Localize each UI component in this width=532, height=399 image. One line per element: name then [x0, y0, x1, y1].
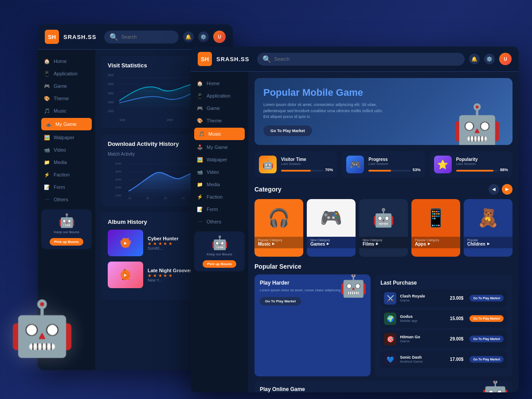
theme-icon-w1: 🎨 [44, 95, 50, 102]
sidebar-label-media-w1: Media [54, 160, 67, 165]
sidebar-item-theme-w1[interactable]: 🎨 Theme [38, 92, 95, 105]
cat-img-games: 🎮 [307, 199, 356, 237]
gear-icon-w2[interactable]: ⚙️ [484, 54, 495, 64]
sidebar-label-walpaper-w1: Walpaper [54, 135, 74, 140]
cat-card-apps[interactable]: 📱 Popular Category Apps ▶ [411, 199, 460, 257]
svg-text:4000: 4000 [115, 170, 121, 173]
play-button-2[interactable]: ▶ [121, 270, 130, 280]
cat-label-apps: Popular Category Apps ▶ [411, 237, 460, 248]
sidebar-item-video-w2[interactable]: 📹 Video [191, 166, 248, 178]
purch-button-3[interactable]: Go To Play Market [469, 336, 504, 342]
video-icon-w2: 📹 [197, 169, 203, 175]
sidebar-item-video-w1[interactable]: 📹 Video [38, 144, 95, 156]
cat-card-games[interactable]: 🎮 New Category Games ▶ [307, 199, 356, 257]
sidebar-label-video-w2: Video [207, 169, 219, 175]
cat-badge-films: New Category [363, 239, 404, 242]
mygame-icon-w2: 🕹️ [197, 144, 203, 150]
cat-card-films[interactable]: 🤖 New Category Films ▶ [359, 199, 408, 257]
bell-icon-w1[interactable]: 🔔 [183, 31, 194, 42]
stat-info-2: Progress Last Season 53% [368, 157, 420, 172]
service-title-2: Play Online Game [260, 386, 507, 392]
header-icons-w1: 🔔 ⚙️ U [183, 31, 226, 43]
sidebar-label-home-w2: Home [207, 81, 219, 86]
sidebar-item-form-w1[interactable]: 📝 Form [38, 181, 95, 193]
category-next-button[interactable]: ▶ [502, 184, 512, 195]
avatar-w2[interactable]: U [499, 53, 512, 65]
window2-main: Popular Mobile Game Lorem ipsum dolor si… [248, 72, 519, 392]
sidebar-item-music-w1[interactable]: 🎵 Music [38, 105, 95, 117]
sidebar-item-application-w2[interactable]: 📱 Application [191, 90, 248, 102]
cat-card-children[interactable]: 🧸 Popular Children ▶ [464, 199, 512, 257]
svg-text:3000: 3000 [115, 178, 121, 181]
service-button-1[interactable]: Go To Play Market [260, 297, 301, 305]
svg-text:2000: 2000 [115, 186, 121, 189]
sidebar-item-home-w2[interactable]: 🏠 Home [191, 77, 248, 90]
window2-sidebar: 🏠 Home 📱 Application 🎮 Game 🎨 Theme 🎵 Mu… [191, 72, 248, 392]
cat-img-apps: 📱 [411, 199, 460, 237]
category-section: Category ◀ ▶ 🎧 Popular Category Music [254, 184, 512, 257]
purch-button-4[interactable]: Go To Play Market [469, 356, 504, 363]
sidebar-item-walpaper-w2[interactable]: 🖼️ Walpaper [191, 153, 248, 166]
boost-robot-icon-w1: 🤖 [45, 213, 88, 228]
sidebar-item-others-w1[interactable]: ⋯ Others [38, 193, 95, 206]
category-prev-button[interactable]: ◀ [489, 184, 499, 195]
sidebar-item-theme-w2[interactable]: 🎨 Theme [191, 114, 248, 127]
cat-card-music[interactable]: 🎧 Popular Category Music ▶ [254, 199, 303, 257]
sidebar-label-theme-w1: Theme [54, 96, 69, 101]
chart-y-labels: 500 400 300 200 100 [108, 73, 113, 113]
category-row: 🎧 Popular Category Music ▶ 🎮 New Ca [254, 199, 512, 257]
avatar-w1[interactable]: U [213, 31, 226, 43]
sidebar-item-mygame-w2[interactable]: 🕹️ My Game [191, 141, 248, 153]
svg-text:5000: 5000 [115, 162, 121, 165]
boost-button-w2[interactable]: Pick up Bouns [203, 260, 236, 268]
sidebar-item-form-w2[interactable]: 📝 Form [191, 203, 248, 215]
sidebar-item-game-w2[interactable]: 🎮 Game [191, 102, 248, 114]
purch-icon-4: 💙 [384, 353, 396, 366]
stat-label-2: Progress [368, 157, 420, 162]
purch-button-2[interactable]: Go To Play Market [469, 315, 504, 322]
hero-robot-image: 🤖 [442, 92, 512, 145]
bell-icon-w2[interactable]: 🔔 [469, 54, 480, 64]
search-input-w1[interactable] [121, 34, 173, 39]
sidebar-label-walpaper-w2: Walpaper [207, 157, 227, 162]
stat-avatar-2: 🎮 [346, 156, 364, 173]
hero-banner: Popular Mobile Game Lorem ipsum dolor si… [254, 78, 512, 145]
sidebar-label-game-w2: Game [207, 106, 220, 111]
play-button-1[interactable]: ▶ [121, 238, 130, 248]
sidebar-item-mygame-w1[interactable]: 🕹️ My Game [41, 118, 92, 130]
stat-avatar-1: 🤖 [259, 156, 277, 173]
sidebar-item-media-w2[interactable]: 📁 Media [191, 178, 248, 191]
cat-img-children: 🧸 [464, 199, 512, 237]
form-icon-w1: 📝 [44, 184, 50, 190]
sidebar-item-faction-w1[interactable]: ⚡ Faction [38, 168, 95, 181]
boost-button-w1[interactable]: Pick up Bouns [50, 238, 83, 246]
w1-search-bar[interactable]: 🔍 [104, 31, 179, 43]
faction-icon-w2: ⚡ [197, 194, 203, 200]
home-icon-w2: 🏠 [197, 80, 203, 86]
purch-price-2: 15.00$ [450, 316, 464, 321]
purch-button-1[interactable]: Go To Play Market [469, 295, 504, 301]
sidebar-item-home-w1[interactable]: 🏠 Home [38, 55, 95, 67]
w2-search-bar[interactable]: 🔍 [257, 53, 465, 66]
purchase-title: Last Purchase [380, 280, 507, 286]
cat-name-children: Children ▶ [467, 242, 509, 246]
sidebar-label-others-w2: Others [207, 219, 221, 224]
sidebar-item-others-w2[interactable]: ⋯ Others [191, 215, 248, 228]
sidebar-item-game-w1[interactable]: 🎮 Game [38, 80, 95, 92]
hero-title-bold: Mobile Game [302, 87, 363, 98]
sidebar-item-music-w2[interactable]: 🎵 Music [194, 128, 245, 140]
sidebar-item-walpaper-w1[interactable]: 🖼️ Walpaper [38, 131, 95, 144]
sidebar-item-faction-w2[interactable]: ⚡ Faction [191, 191, 248, 203]
purch-info-1: Clash Royale Game [400, 294, 446, 302]
logo-mark-w1: SH [45, 30, 59, 44]
purch-price-1: 23.00$ [450, 296, 464, 301]
hero-play-market-button[interactable]: Go To Play Market [263, 125, 312, 136]
window1-header: SH SRASH.SS 🔍 🔔 ⚙️ U [38, 24, 233, 50]
sidebar-item-media-w1[interactable]: 📁 Media [38, 156, 95, 168]
sidebar-item-application-w1[interactable]: 📱 Application [38, 67, 95, 80]
window1-sidebar: 🏠 Home 📱 Application 🎮 Game 🎨 Theme 🎵 Mu… [38, 50, 95, 370]
stat-pct-1: 70% [325, 168, 333, 172]
search-input-w2[interactable] [274, 56, 459, 62]
gear-icon-w1[interactable]: ⚙️ [198, 31, 209, 42]
sidebar-label-application-w1: Application [54, 71, 78, 76]
